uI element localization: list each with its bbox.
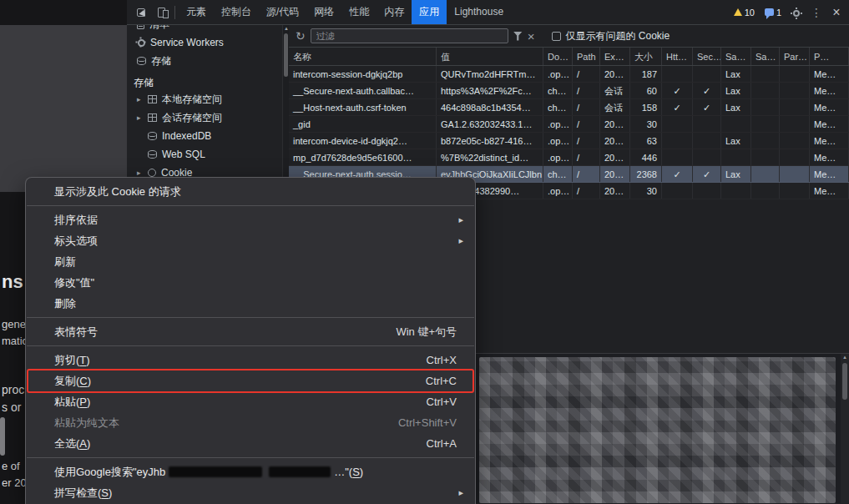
column-header[interactable]: Ex… [600,48,630,65]
cookie-row[interactable]: __Secure-next-auth.callbac…https%3A%2F%2… [289,83,849,99]
table-cell: .op… [543,116,573,132]
menu-item[interactable]: 粘贴(P)Ctrl+V [26,391,475,412]
menu-item-label: 修改"值" [54,275,463,290]
submenu-arrow-icon: ▸ [458,214,463,225]
table-cell: Me… [810,99,849,115]
inspect-element-icon[interactable] [131,1,151,24]
column-header[interactable]: Htt… [662,48,693,65]
sidebar-item[interactable]: Service Workers [127,33,282,52]
column-header[interactable]: P… [810,48,849,65]
table-cell [780,133,810,149]
menu-item[interactable]: 复制(C)Ctrl+C [26,370,475,391]
warnings-badge[interactable]: 10 [730,8,759,18]
table-cell: _gid [289,116,437,132]
cookie-row[interactable]: mp_d7d7628de9d5e61600…%7B%22distinct_id…… [289,149,849,166]
scroll-up-arrow-icon[interactable]: ▲ [841,355,849,360]
table-cell: %7B%22distinct_id… [437,149,543,165]
menu-item[interactable]: 刷新 [26,251,475,272]
refresh-icon[interactable]: ↻ [296,29,306,43]
cookie-row[interactable]: intercom-session-dgkjq2bpQURvTmo2dHFRTm…… [289,66,849,83]
menu-item[interactable]: 剪切(T)Ctrl+X [26,350,475,370]
sidebar-item[interactable]: IndexedDB [127,127,282,145]
devtools-tabs: 元素控制台源/代码网络性能内存应用Lighthouse [179,0,511,24]
cookie-table-header: 名称值Do…PathEx…大小Htt…Sec…Sa…Sa…Par…P… [289,48,849,66]
table-cell [751,66,780,82]
expand-arrow-icon[interactable]: ▸ [137,95,148,103]
table-cell: Me… [810,183,849,199]
sidebar-item[interactable]: 存储 [127,52,282,70]
sidebar-item[interactable]: ▸本地存储空间 [127,90,282,108]
menu-item[interactable]: 使用Google搜索"eyJhb…"(S) [26,461,475,482]
tab-内存[interactable]: 内存 [376,0,412,24]
menu-item[interactable]: 粘贴为纯文本Ctrl+Shift+V [26,412,475,433]
menu-item[interactable]: 排序依据▸ [26,209,475,230]
menu-item[interactable]: 标头选项▸ [26,230,475,251]
only-issues-label[interactable]: 仅显示有问题的 Cookie [566,29,670,43]
column-header[interactable]: 大小 [630,48,662,65]
column-header[interactable]: Sa… [721,48,751,65]
device-toolbar-icon[interactable] [151,1,171,24]
column-header[interactable]: Do… [543,48,573,65]
storage-db-icon [137,57,146,65]
menu-separator [26,314,475,321]
column-header[interactable]: Par… [780,48,810,65]
menu-item[interactable]: 拼写检查(S)▸ [26,482,475,503]
expand-arrow-icon[interactable]: ▸ [137,169,148,177]
tab-Lighthouse[interactable]: Lighthouse [447,0,511,24]
table-cell: intercom-device-id-dgkjq2… [289,133,437,149]
preview-scrollbar[interactable]: ▲ [841,354,849,503]
column-header[interactable]: Path [573,48,600,65]
filter-funnel-icon[interactable] [513,32,523,41]
menu-item-label: 使用Google搜索"eyJhb…"(S) [54,465,463,480]
column-header[interactable]: 名称 [289,48,437,65]
table-cell: / [573,183,600,199]
menu-item[interactable]: 修改"值" [26,272,475,293]
menu-item[interactable]: 删除 [26,293,475,314]
table-cell: Me… [810,66,849,82]
menu-separator [26,202,475,209]
cookie-row[interactable]: intercom-device-id-dgkjq2…b872e05c-b827-… [289,133,849,149]
table-cell: Lax [721,166,751,182]
tab-网络[interactable]: 网络 [306,0,341,24]
table-cell: 20… [600,133,630,149]
scrollbar-thumb[interactable] [842,363,847,400]
table-cell [662,149,693,165]
sidebar-item[interactable]: Web SQL [127,145,282,164]
sidebar-item[interactable]: 清单 [127,25,282,33]
more-options-kebab-icon[interactable]: ⋮ [807,6,826,19]
table-cell [693,149,721,165]
column-header[interactable]: 值 [437,48,543,65]
menu-item[interactable]: 表情符号Win 键+句号 [26,321,475,342]
close-devtools-icon[interactable]: × [827,5,846,20]
tab-源/代码[interactable]: 源/代码 [259,0,306,24]
table-cell: 158 [630,99,662,115]
table-cell [780,149,810,165]
issues-badge[interactable]: 1 [761,8,786,18]
cookie-icon [148,169,156,177]
cookie-row[interactable]: _gidGA1.2.632032433.1….op…/20…30Me… [289,116,849,133]
menu-item-label: 复制(C) [54,374,426,389]
table-cell: 30 [630,116,662,132]
scrollbar-thumb[interactable] [284,33,288,77]
table-cell: ✓ [662,83,693,98]
tab-性能[interactable]: 性能 [341,0,376,24]
expand-arrow-icon[interactable]: ▸ [137,113,148,122]
menu-item[interactable]: 显示涉及此 Cookie 的请求 [26,181,475,202]
table-cell [693,66,721,82]
filter-input[interactable] [311,28,508,43]
column-header[interactable]: Sa… [751,48,780,65]
table-cell [751,166,780,182]
page-text-fragment: s or [2,401,21,414]
tab-控制台[interactable]: 控制台 [214,0,259,24]
settings-gear-icon[interactable] [787,6,806,19]
menu-item[interactable]: 全选(A)Ctrl+A [26,433,475,454]
cookie-row[interactable]: __Host-next-auth.csrf-token464c898a8c1b4… [289,99,849,116]
only-issues-checkbox[interactable] [552,32,561,41]
tab-应用[interactable]: 应用 [412,0,447,24]
sidebar-item[interactable]: ▸会话存储空间 [127,108,282,127]
table-grid-icon [148,113,157,122]
column-header[interactable]: Sec… [693,48,721,65]
warning-count: 10 [745,8,755,18]
clear-filter-icon[interactable]: × [528,29,535,43]
tab-元素[interactable]: 元素 [179,0,214,24]
